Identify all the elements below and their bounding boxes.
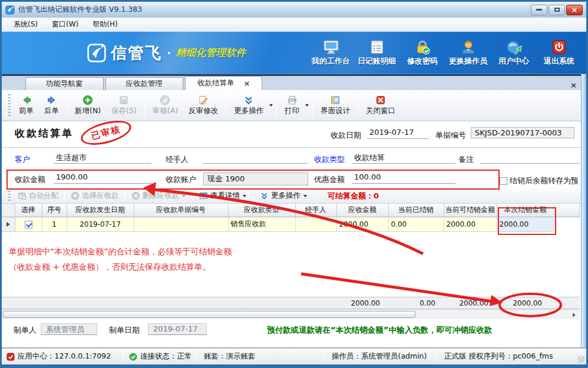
receipt-type-label: 收款类型 [314, 154, 345, 165]
table-row[interactable]: 1 2019-07-17 销售应收款 2000.00 0.00 2000.00 … [2, 217, 580, 231]
auto-assign-button: 自动分配 [14, 190, 62, 202]
banner-action-exit[interactable]: 退出系统 [540, 39, 578, 67]
checkbox-icon [500, 177, 507, 185]
col-select[interactable]: 选择 [15, 204, 42, 217]
close-window-button[interactable]: 关闭窗口 [361, 93, 401, 118]
discount-label: 优惠金额 [314, 174, 345, 185]
discount-input[interactable]: 100.00 [352, 173, 455, 184]
status-operator: 操作员：系统管理员(admin) [332, 352, 427, 362]
more-actions-button[interactable]: 更多操作 [256, 190, 312, 202]
scrollbar-thumb[interactable] [3, 311, 415, 318]
resize-grip[interactable] [577, 356, 584, 363]
print-button[interactable]: 打印 [279, 93, 305, 118]
status-connection: 连接状态：正常 [129, 352, 192, 362]
delete-receivable-icon [131, 191, 140, 200]
maker-field: 系统管理员 [41, 323, 97, 335]
workbench-monitor-icon [323, 39, 339, 55]
add-icon [82, 95, 93, 105]
tabstrip-close-icon[interactable]: × [570, 81, 577, 89]
menu-window[interactable]: 窗口(W) [46, 18, 84, 31]
close-button[interactable]: × [566, 5, 583, 15]
toolbar-grip [8, 94, 11, 117]
col-seq[interactable]: 序号 [42, 204, 67, 217]
form-footer: 制单人 系统管理员 制单日期 2019-07-17 预付款或退款请在“本次结销金… [2, 319, 586, 347]
receipt-type-input[interactable]: 收款结算 [352, 152, 455, 164]
row-select-checkbox[interactable] [15, 217, 42, 231]
vertical-scrollbar[interactable] [581, 74, 586, 347]
cell-seq: 1 [42, 217, 67, 231]
chevron-down-icon[interactable] [243, 195, 246, 197]
view-detail-icon [199, 191, 208, 200]
tab-close-icon[interactable]: × [244, 79, 250, 88]
exit-power-icon [551, 39, 567, 55]
chevron-down-icon [182, 195, 186, 197]
chevron-down-icon[interactable] [305, 104, 309, 107]
col-current-settle[interactable]: 本次结销金额 [497, 204, 554, 217]
handler-input[interactable] [203, 152, 308, 164]
journal-detail-icon [369, 39, 385, 55]
cell-current-settle[interactable]: 2000.00 [497, 217, 554, 231]
transfer-balance-checkbox[interactable]: 结销后余额转存为预 [500, 175, 579, 186]
menu-bar: 系统(S) 窗口(W) 帮助(H) [2, 18, 586, 32]
view-detail-button[interactable]: 查看详情 [195, 190, 252, 202]
horizontal-scrollbar[interactable] [2, 309, 580, 319]
amount-input[interactable]: 1900.00 [54, 173, 151, 184]
cell-receivable: 2000.00 [336, 217, 388, 231]
audit-icon [160, 95, 170, 105]
tab-receivable-mgmt[interactable]: 应收款管理 [105, 77, 184, 90]
row-marker-icon [2, 217, 15, 231]
prev-doc-icon [21, 95, 32, 105]
toolbar-grip [8, 191, 11, 201]
total-receivable: 2000.00 [336, 299, 388, 307]
banner-action-journal[interactable]: 日记账明细 [358, 39, 396, 67]
switch-operator-icon [460, 39, 477, 55]
next-doc-icon [47, 95, 57, 105]
col-doc-no[interactable]: 应收款单据编号 [134, 204, 228, 217]
menu-system[interactable]: 系统(S) [8, 18, 44, 31]
brand-logo-icon [87, 44, 106, 62]
tab-function-nav[interactable]: 功能导航窗 [25, 77, 104, 90]
banner-action-workbench[interactable]: 我的工作台 [312, 39, 350, 67]
more-actions-button[interactable]: 更多操作 [229, 93, 269, 118]
status-app-center: 应用中心：127.0.0.1:7092 [6, 352, 111, 362]
print-icon [287, 95, 298, 105]
banner-action-switch-operator[interactable]: 更换操作员 [449, 39, 487, 67]
add-button[interactable]: 新增(N) [70, 93, 106, 118]
scroll-right-icon[interactable] [570, 311, 578, 318]
change-password-lock-icon [414, 39, 431, 55]
customer-input[interactable]: 生活超市 [54, 152, 151, 164]
chevron-down-icon[interactable] [269, 104, 273, 107]
prev-doc-button[interactable]: 前单 [14, 93, 39, 118]
app-window: 信管飞出纳记账软件专业版 V9.1.383 × 系统(S) 窗口(W) 帮助(H… [0, 0, 588, 368]
minimize-button[interactable] [531, 5, 547, 15]
unaudit-button[interactable]: 反审修改 [183, 93, 223, 118]
maximize-button[interactable] [549, 5, 565, 15]
banner-action-user-center[interactable]: 用户中心 [495, 39, 533, 67]
banner-action-change-password[interactable]: 修改密码 [404, 39, 441, 67]
cell-doc-no [134, 217, 228, 231]
next-doc-button[interactable]: 后单 [39, 93, 64, 118]
ui-design-button[interactable]: 界面设计 [315, 93, 355, 118]
connection-ok-icon [129, 353, 137, 361]
col-settleable[interactable]: 当前可结销金额 [444, 204, 497, 217]
amount-label: 收款金额 [15, 174, 45, 185]
tab-receipt-settlement[interactable]: 收款结算单 × [185, 76, 262, 90]
account-picker[interactable]: 现金 1900 [203, 173, 308, 185]
ui-design-icon [330, 95, 341, 105]
col-settled[interactable]: 当前已结销 [388, 204, 444, 217]
col-handler[interactable]: 经手人 [295, 204, 336, 217]
remark-input[interactable] [480, 152, 580, 164]
banner-actions: 我的工作台 日记账明细 修改密码 更换操作员 用户中心 退出系统 [312, 39, 586, 67]
menu-help[interactable]: 帮助(H) [87, 18, 123, 31]
cell-handler [295, 217, 336, 231]
receipt-date-label: 收款日期 [331, 130, 361, 141]
receipt-date-input[interactable]: 2019-07-17 [367, 128, 429, 139]
chevron-down-icon[interactable] [303, 195, 307, 197]
col-receivable[interactable]: 应收金额 [336, 204, 388, 217]
brand-name: 信管飞 [111, 42, 162, 64]
receivable-grid: 选择 序号 应收款发生日期 应收款单据编号 应收款类型 经手人 应收金额 当前已… [2, 204, 586, 319]
total-current-settle: 2000.00 [497, 299, 554, 307]
col-type[interactable]: 应收款类型 [228, 204, 295, 217]
close-window-icon [375, 95, 386, 105]
col-date[interactable]: 应收款发生日期 [67, 204, 134, 217]
